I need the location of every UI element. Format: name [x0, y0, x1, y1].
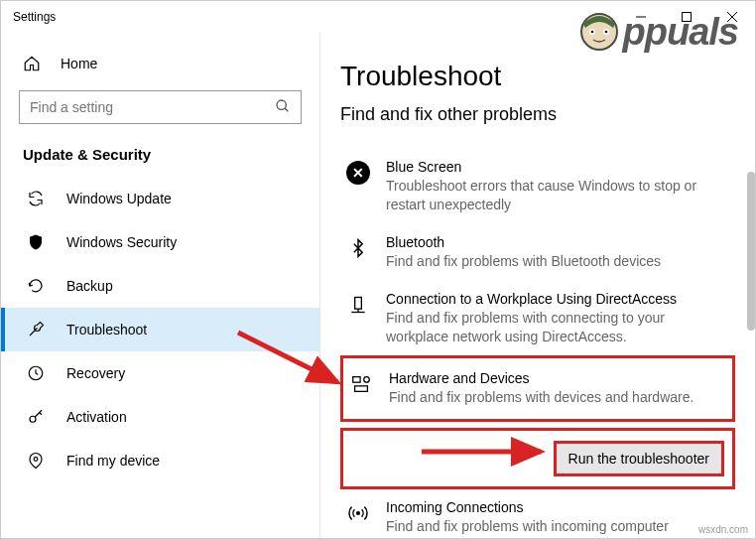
- svg-point-14: [364, 377, 370, 383]
- svg-rect-12: [353, 377, 360, 383]
- troubleshooter-text: Bluetooth Find and fix problems with Blu…: [386, 234, 729, 271]
- sidebar-item-activation[interactable]: Activation: [1, 395, 319, 439]
- window-title: Settings: [13, 10, 56, 24]
- troubleshooter-hardware-devices[interactable]: Hardware and Devices Find and fix proble…: [340, 355, 735, 422]
- sidebar-item-backup[interactable]: Backup: [1, 264, 319, 308]
- maximize-button[interactable]: [664, 1, 709, 33]
- svg-point-8: [34, 458, 38, 462]
- bluetooth-icon: [346, 236, 370, 260]
- blue-screen-icon: ✕: [346, 161, 370, 185]
- troubleshooter-desc: Find and fix problems with incoming comp…: [386, 517, 729, 538]
- body: Home Find a setting Update & Security Wi…: [1, 33, 755, 538]
- home-label: Home: [61, 56, 97, 71]
- svg-point-7: [30, 416, 36, 422]
- close-button[interactable]: [709, 1, 755, 33]
- troubleshooter-text: Blue Screen Troubleshoot errors that cau…: [386, 159, 729, 214]
- page-subtitle: Find and fix other problems: [340, 104, 735, 125]
- sidebar-item-troubleshoot[interactable]: Troubleshoot: [1, 308, 319, 351]
- recovery-icon: [27, 364, 45, 382]
- section-header: Update & Security: [1, 142, 319, 177]
- sidebar-item-label: Windows Update: [66, 191, 172, 206]
- sync-icon: [27, 190, 45, 207]
- key-icon: [27, 408, 45, 426]
- troubleshooter-text: Incoming Connections Find and fix proble…: [386, 499, 729, 538]
- sidebar-item-windows-security[interactable]: Windows Security: [1, 220, 319, 264]
- run-troubleshooter-button[interactable]: Run the troubleshooter: [554, 441, 724, 476]
- svg-point-15: [357, 512, 360, 515]
- page-title: Troubleshoot: [340, 61, 735, 92]
- troubleshooter-list: ✕ Blue Screen Troubleshoot errors that c…: [340, 149, 735, 538]
- scrollbar[interactable]: [747, 172, 755, 331]
- workplace-icon: [346, 293, 370, 317]
- troubleshooter-desc: Troubleshoot errors that cause Windows t…: [386, 177, 729, 214]
- troubleshooter-desc: Find and fix problems with Bluetooth dev…: [386, 252, 729, 271]
- troubleshooter-text: Hardware and Devices Find and fix proble…: [389, 370, 726, 407]
- sidebar-item-label: Troubleshoot: [66, 322, 147, 337]
- sidebar-item-find-my-device[interactable]: Find my device: [1, 439, 319, 482]
- troubleshooter-text: Connection to a Workplace Using DirectAc…: [386, 291, 729, 346]
- backup-icon: [27, 277, 45, 295]
- minimize-button[interactable]: [618, 1, 664, 33]
- nav-list: Windows Update Windows Security Backup: [1, 177, 319, 482]
- troubleshooter-desc: Find and fix problems with devices and h…: [389, 388, 726, 407]
- svg-line-5: [285, 108, 288, 111]
- home-icon: [23, 55, 41, 72]
- titlebar-controls: [618, 1, 755, 33]
- svg-rect-9: [355, 297, 362, 309]
- svg-point-4: [277, 100, 286, 109]
- settings-window: Settings Home Find a setting: [0, 0, 756, 539]
- svg-rect-1: [683, 13, 692, 22]
- wrench-icon: [27, 321, 45, 338]
- search-input[interactable]: Find a setting: [19, 90, 302, 124]
- sidebar-item-windows-update[interactable]: Windows Update: [1, 177, 319, 220]
- troubleshooter-title: Blue Screen: [386, 159, 729, 175]
- troubleshooter-bluetooth[interactable]: Bluetooth Find and fix problems with Blu…: [340, 224, 735, 281]
- run-row: Run the troubleshooter: [340, 428, 735, 489]
- troubleshooter-directaccess[interactable]: Connection to a Workplace Using DirectAc…: [340, 281, 735, 356]
- sidebar-item-label: Find my device: [66, 453, 160, 469]
- search-placeholder: Find a setting: [30, 99, 113, 115]
- troubleshooter-title: Hardware and Devices: [389, 370, 726, 386]
- sidebar-item-label: Recovery: [66, 365, 125, 381]
- troubleshooter-blue-screen[interactable]: ✕ Blue Screen Troubleshoot errors that c…: [340, 149, 735, 224]
- shield-icon: [27, 233, 45, 251]
- sidebar-item-label: Windows Security: [66, 234, 177, 250]
- hardware-icon: [349, 372, 373, 396]
- sidebar-item-label: Activation: [66, 409, 127, 425]
- source-tag: wsxdn.com: [698, 524, 748, 535]
- sidebar: Home Find a setting Update & Security Wi…: [1, 33, 320, 538]
- antenna-icon: [346, 501, 370, 525]
- troubleshooter-title: Incoming Connections: [386, 499, 729, 515]
- content: Troubleshoot Find and fix other problems…: [320, 33, 755, 538]
- titlebar: Settings: [1, 1, 755, 33]
- troubleshooter-desc: Find and fix problems with connecting to…: [386, 309, 729, 346]
- troubleshooter-incoming-connections[interactable]: Incoming Connections Find and fix proble…: [340, 489, 735, 538]
- sidebar-item-recovery[interactable]: Recovery: [1, 351, 319, 395]
- svg-rect-13: [355, 386, 368, 392]
- home-button[interactable]: Home: [1, 47, 319, 82]
- troubleshooter-title: Bluetooth: [386, 234, 729, 250]
- troubleshooter-title: Connection to a Workplace Using DirectAc…: [386, 291, 729, 307]
- location-icon: [27, 452, 45, 470]
- search-icon: [275, 98, 291, 117]
- sidebar-item-label: Backup: [66, 278, 113, 294]
